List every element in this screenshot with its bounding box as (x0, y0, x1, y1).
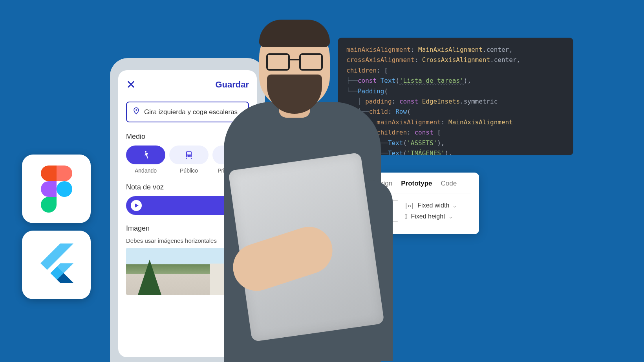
voice-label: Nota de voz (126, 183, 249, 191)
flutter-icon (33, 242, 80, 289)
fixed-height-label: Fixed height (411, 213, 445, 220)
close-icon[interactable]: ✕ (126, 79, 136, 91)
svg-point-6 (225, 157, 226, 158)
chevron-down-icon: ⌄ (448, 213, 453, 220)
vertical-resize-icon: I (404, 213, 408, 220)
figma-inspector-panel: sign Prototype Code |↔| Fixed width ⌄ I … (377, 173, 479, 234)
direction-input[interactable]: Gira izquierda y coge escaleras (126, 102, 249, 122)
walking-icon (141, 150, 150, 160)
phone-screen: ✕ Guardar Gira izquierda y coge escalera… (118, 70, 257, 357)
frame-thumbnail[interactable] (385, 200, 398, 222)
chip-walking-label: Andando (126, 167, 165, 174)
fixed-width-label: Fixed width (417, 202, 449, 209)
chip-private[interactable] (212, 146, 242, 164)
transport-chips (126, 146, 249, 164)
svg-point-4 (187, 156, 188, 157)
chip-public[interactable] (169, 146, 209, 164)
location-add-icon (132, 107, 140, 117)
svg-rect-3 (187, 152, 191, 155)
svg-point-1 (145, 151, 146, 153)
chip-public-label: Público (169, 167, 209, 174)
laptop-sticker (297, 237, 322, 262)
code-content: mainAxisAlignment: MainAxisAlignment.cen… (346, 45, 565, 155)
play-button[interactable] (131, 200, 142, 211)
image-hint: Debes usar imágenes horizontales (126, 237, 249, 244)
medio-label: Medio (126, 133, 249, 141)
play-icon (134, 203, 139, 208)
chevron-down-icon: ⌄ (452, 202, 457, 209)
svg-point-5 (190, 156, 191, 157)
image-label: Imagen (126, 224, 249, 233)
chip-walking[interactable] (126, 146, 165, 164)
inspector-tabs: sign Prototype Code (385, 180, 471, 193)
phone-device-frame: ✕ Guardar Gira izquierda y coge escalera… (110, 58, 265, 362)
voice-note-player[interactable] (126, 196, 249, 215)
save-button[interactable]: Guardar (215, 80, 249, 90)
image-preview[interactable] (126, 248, 249, 295)
flutter-app-tile (22, 231, 91, 299)
code-editor-panel: mainAxisAlignment: MainAxisAlignment.cen… (338, 38, 573, 155)
tab-code[interactable]: Code (441, 180, 457, 187)
tab-design[interactable]: sign (380, 180, 392, 187)
fixed-height-control[interactable]: I Fixed height ⌄ (404, 213, 457, 220)
figma-app-tile (22, 155, 91, 223)
car-icon (222, 150, 232, 160)
train-icon (184, 150, 194, 160)
svg-point-7 (228, 157, 229, 158)
chip-private-label: Privado (212, 167, 242, 174)
chip-labels-row: Andando Público Privado (126, 167, 249, 174)
horizontal-resize-icon: |↔| (404, 202, 414, 209)
tab-prototype[interactable]: Prototype (401, 180, 432, 187)
figma-icon (41, 166, 72, 213)
svg-point-0 (57, 181, 72, 197)
direction-input-value: Gira izquierda y coge escaleras (144, 108, 238, 116)
fixed-width-control[interactable]: |↔| Fixed width ⌄ (404, 202, 457, 209)
